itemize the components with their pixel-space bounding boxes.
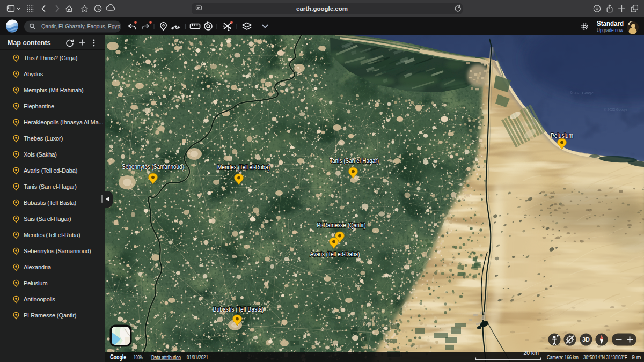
svg-text:© 2023 Google: © 2023 Google xyxy=(604,108,627,112)
svg-text:© 2023 Google: © 2023 Google xyxy=(570,91,594,95)
svg-text:Pelusium: Pelusium xyxy=(551,131,573,139)
svg-text:Upgrade now: Upgrade now xyxy=(597,27,623,33)
svg-text:earth.google.com: earth.google.com xyxy=(296,5,348,12)
svg-text:Mendes (Tell el-Ruba): Mendes (Tell el-Ruba) xyxy=(217,163,270,171)
svg-text:Qantir, El-Ghazaly, Faqous, Eg: Qantir, El-Ghazaly, Faqous, Egyp xyxy=(41,23,120,29)
svg-text:Sebennytos (Samannoud): Sebennytos (Samannoud) xyxy=(122,162,184,171)
svg-text:Camera: 166 km: Camera: 166 km xyxy=(547,354,579,360)
svg-text:Bubastis (Tell Basta): Bubastis (Tell Basta) xyxy=(213,305,264,313)
svg-text:3D: 3D xyxy=(582,336,590,343)
svg-text:Avaris (Tell ed-Daba): Avaris (Tell ed-Daba) xyxy=(310,250,360,258)
svg-text:9 m: 9 m xyxy=(632,354,641,360)
svg-text:100%: 100% xyxy=(134,354,143,360)
svg-text:Tanis (San el-Hagar): Tanis (San el-Hagar) xyxy=(330,157,379,165)
svg-text:01/01/2021: 01/01/2021 xyxy=(187,354,208,360)
svg-text:20 km: 20 km xyxy=(523,350,539,356)
svg-text:Standard: Standard xyxy=(597,20,624,27)
svg-text:Google: Google xyxy=(110,353,126,361)
svg-text:Pi-Ramesse (Qantir): Pi-Ramesse (Qantir) xyxy=(317,221,366,229)
svg-text:30°50'14"N 31°38'03"E: 30°50'14"N 31°38'03"E xyxy=(583,354,627,360)
svg-text:Data attribution: Data attribution xyxy=(151,354,181,360)
